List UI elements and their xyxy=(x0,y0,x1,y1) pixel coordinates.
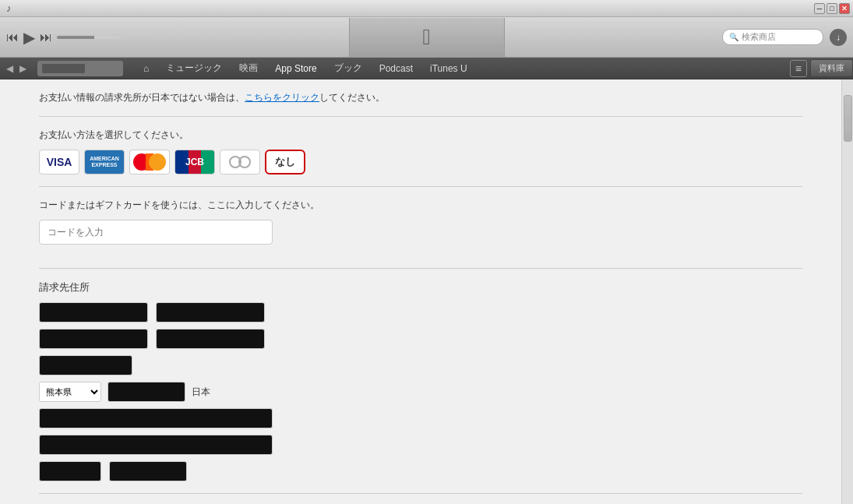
breadcrumb-text: ▬▬▬▬▬ xyxy=(42,64,85,73)
back-button[interactable]: ◀ xyxy=(3,62,16,76)
amex-card[interactable]: AMERICANEXPRESS xyxy=(84,150,125,174)
address1-input[interactable] xyxy=(39,408,273,428)
volume-slider[interactable] xyxy=(57,36,119,39)
mastercard[interactable] xyxy=(129,150,170,174)
nav-arrows: ◀ ▶ xyxy=(3,62,30,76)
main-content: お支払い情報の請求先所が日本ではない場合は、こちらをクリックしてください。 お支… xyxy=(0,79,853,504)
content-area: お支払い情報の請求先所が日本ではない場合は、こちらをクリックしてください。 お支… xyxy=(0,79,841,504)
nav-home[interactable]: ⌂ xyxy=(136,60,157,77)
divider-2 xyxy=(39,186,802,187)
amex-logo: AMERICANEXPRESS xyxy=(90,156,119,167)
phone-input[interactable] xyxy=(39,461,101,481)
firstname-input[interactable] xyxy=(39,302,148,322)
nashi-card[interactable]: なし xyxy=(265,150,305,174)
nav-right: ≡ 資料庫 xyxy=(790,59,853,77)
notice-link[interactable]: こちらをクリック xyxy=(245,92,319,103)
nav-itunesu[interactable]: iTunes U xyxy=(422,60,475,77)
nav-bar: ◀ ▶ ▬▬▬▬▬ ⌂ ミュージック 映画 App Store ブック Podc… xyxy=(0,58,853,79)
nav-appstore[interactable]: App Store xyxy=(267,60,324,77)
notice-text: お支払い情報の請求先所が日本ではない場合は、こちらをクリックしてください。 xyxy=(39,91,802,104)
nav-library-button[interactable]: 資料庫 xyxy=(810,59,853,77)
jcb-card[interactable]: JCB xyxy=(174,150,215,174)
payment-label: お支払い方法を選択してください。 xyxy=(39,129,802,142)
lastname-input[interactable] xyxy=(156,302,265,322)
search-icon: 🔍 xyxy=(729,33,738,41)
address2-input[interactable] xyxy=(39,435,273,455)
form-row-1 xyxy=(39,302,802,322)
nav-menu-button[interactable]: ≡ xyxy=(790,60,807,77)
payment-methods: VISA AMERICANEXPRESS JCB xyxy=(39,150,802,174)
rewind-button[interactable]: ⏮ xyxy=(6,30,19,44)
visa-card[interactable]: VISA xyxy=(39,150,79,174)
divider-4 xyxy=(39,493,802,494)
mastercard-logo xyxy=(130,150,169,174)
nav-movies[interactable]: 映画 xyxy=(231,58,266,78)
visa-logo: VISA xyxy=(47,156,72,168)
diners-card[interactable] xyxy=(220,150,260,174)
close-button[interactable]: ✕ xyxy=(839,3,850,14)
download-button[interactable]: ↓ xyxy=(830,29,847,46)
prefecture-select[interactable]: 熊本県 xyxy=(39,382,101,402)
form-row-5 xyxy=(39,435,802,455)
nashi-label: なし xyxy=(275,155,295,169)
form-row-2 xyxy=(39,329,802,349)
title-bar: ♪ ─ □ ✕ xyxy=(0,0,853,17)
divider-3 xyxy=(39,268,802,269)
country-text: 日本 xyxy=(192,382,210,402)
form-row-6 xyxy=(39,461,802,481)
nav-books[interactable]: ブック xyxy=(326,58,370,78)
divider-1 xyxy=(39,116,802,117)
code-label: コードまたはギフトカードを使うには、ここに入力してください。 xyxy=(39,199,802,212)
minimize-button[interactable]: ─ xyxy=(814,3,825,14)
form-row-4 xyxy=(39,408,802,428)
jcb-logo: JCB xyxy=(185,157,204,167)
fax-input[interactable] xyxy=(109,461,187,481)
forward-button[interactable]: ⏭ xyxy=(40,30,52,44)
scrollbar[interactable] xyxy=(841,79,853,504)
nav-links: ⌂ ミュージック 映画 App Store ブック Podcast iTunes… xyxy=(136,58,475,78)
field4-input[interactable] xyxy=(156,329,265,349)
code-input[interactable] xyxy=(39,220,273,245)
address-title: 請求先住所 xyxy=(39,280,802,294)
nav-music[interactable]: ミュージック xyxy=(158,58,230,78)
play-button[interactable]: ▶ xyxy=(23,28,35,47)
field3-input[interactable] xyxy=(39,329,148,349)
breadcrumb: ▬▬▬▬▬ xyxy=(37,61,123,76)
zip-input[interactable] xyxy=(108,382,185,402)
zip-row: 熊本県 日本 xyxy=(39,382,802,402)
right-controls: 🔍 検索商店 ↓ xyxy=(722,29,847,46)
field5-input[interactable] xyxy=(39,355,132,375)
search-placeholder: 検索商店 xyxy=(742,31,776,43)
apple-logo-icon:  xyxy=(422,25,430,50)
playback-controls: ⏮ ▶ ⏭ xyxy=(6,28,119,47)
nav-podcast[interactable]: Podcast xyxy=(372,60,421,77)
search-box[interactable]: 🔍 検索商店 xyxy=(722,29,823,45)
album-art-area:  xyxy=(349,18,505,57)
forward-nav-button[interactable]: ▶ xyxy=(16,62,30,76)
scroll-thumb[interactable] xyxy=(844,95,852,142)
maximize-button[interactable]: □ xyxy=(827,3,837,14)
toolbar: ⏮ ▶ ⏭  🔍 検索商店 ↓ xyxy=(0,17,853,58)
window-controls: ─ □ ✕ xyxy=(814,3,850,14)
app-logo: ♪ xyxy=(6,2,12,14)
form-row-3 xyxy=(39,355,802,375)
